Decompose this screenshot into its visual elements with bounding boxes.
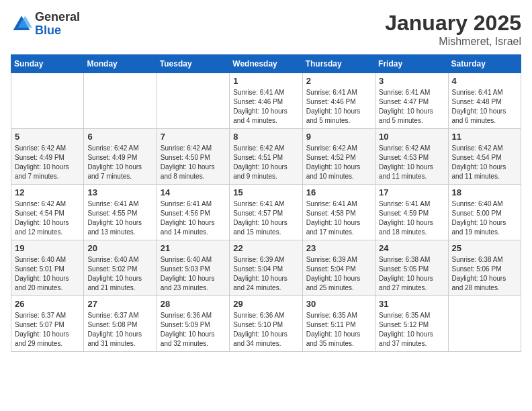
day-info-line: Daylight: 10 hours <box>161 219 215 226</box>
day-info-line: Daylight: 10 hours <box>161 330 215 338</box>
day-info-line: Sunrise: 6:40 AM <box>161 256 212 263</box>
day-info: Sunrise: 6:41 AMSunset: 4:56 PMDaylight:… <box>161 199 226 237</box>
day-info-line: Daylight: 10 hours <box>233 107 287 115</box>
day-info-line: Sunset: 4:48 PM <box>452 98 502 105</box>
day-info-line: and 23 minutes. <box>161 284 208 291</box>
day-info-line: Daylight: 10 hours <box>15 275 69 282</box>
calendar-cell <box>11 73 84 129</box>
day-info: Sunrise: 6:39 AMSunset: 5:04 PMDaylight:… <box>233 255 298 293</box>
day-info: Sunrise: 6:38 AMSunset: 5:05 PMDaylight:… <box>379 255 444 293</box>
day-info-line: Sunset: 5:08 PM <box>87 321 137 328</box>
calendar-cell: 26Sunrise: 6:37 AMSunset: 5:07 PMDayligh… <box>11 296 84 352</box>
day-info: Sunrise: 6:40 AMSunset: 5:03 PMDaylight:… <box>161 255 226 293</box>
day-info-line: Daylight: 10 hours <box>379 107 433 115</box>
day-of-week-header: Friday <box>375 55 448 73</box>
calendar-cell: 11Sunrise: 6:42 AMSunset: 4:54 PMDayligh… <box>448 129 521 185</box>
day-info-line: Sunrise: 6:39 AM <box>233 256 284 263</box>
day-info-line: Sunrise: 6:35 AM <box>379 312 430 319</box>
day-info-line: Sunrise: 6:35 AM <box>306 312 357 319</box>
page-header: General Blue January 2025 Mishmeret, Isr… <box>11 11 521 48</box>
calendar-week-row: 26Sunrise: 6:37 AMSunset: 5:07 PMDayligh… <box>11 296 521 352</box>
day-info-line: Daylight: 10 hours <box>15 330 69 338</box>
day-info-line: Sunset: 4:55 PM <box>87 210 137 217</box>
day-info-line: and 34 minutes. <box>233 340 281 347</box>
day-info-line: Sunset: 5:04 PM <box>306 265 356 273</box>
day-info-line: Daylight: 10 hours <box>87 275 142 282</box>
day-info-line: Daylight: 10 hours <box>161 275 215 282</box>
day-number: 9 <box>306 132 371 142</box>
day-info-line: Sunset: 4:49 PM <box>15 154 64 161</box>
day-info: Sunrise: 6:37 AMSunset: 5:08 PMDaylight:… <box>87 311 152 349</box>
day-number: 17 <box>379 187 444 197</box>
calendar-cell <box>448 296 521 352</box>
day-number: 11 <box>452 132 517 142</box>
calendar-cell: 2Sunrise: 6:41 AMSunset: 4:46 PMDaylight… <box>302 73 375 129</box>
day-number: 7 <box>161 132 226 142</box>
day-info-line: and 5 minutes. <box>379 117 423 124</box>
day-info-line: Sunset: 4:52 PM <box>306 154 356 161</box>
logo-general: General <box>35 11 80 24</box>
day-info-line: and 8 minutes. <box>161 173 205 180</box>
day-info-line: Sunset: 4:53 PM <box>379 154 429 161</box>
day-info-line: and 32 minutes. <box>161 340 208 347</box>
calendar-cell: 3Sunrise: 6:41 AMSunset: 4:47 PMDaylight… <box>375 73 448 129</box>
day-info-line: Sunset: 4:46 PM <box>306 98 356 105</box>
day-info-line: Sunrise: 6:42 AM <box>452 144 503 152</box>
day-info-line: Sunrise: 6:42 AM <box>87 144 138 152</box>
day-info-line: Sunrise: 6:41 AM <box>379 89 430 96</box>
calendar-cell: 20Sunrise: 6:40 AMSunset: 5:02 PMDayligh… <box>84 240 157 296</box>
calendar-cell <box>84 73 157 129</box>
day-info: Sunrise: 6:41 AMSunset: 4:59 PMDaylight:… <box>379 199 444 237</box>
day-info-line: Sunrise: 6:42 AM <box>15 144 66 152</box>
day-info-line: Daylight: 10 hours <box>379 163 433 171</box>
calendar-week-row: 12Sunrise: 6:42 AMSunset: 4:54 PMDayligh… <box>11 185 521 240</box>
day-number: 4 <box>452 76 517 86</box>
day-info-line: and 7 minutes. <box>87 173 132 180</box>
day-info-line: Sunrise: 6:37 AM <box>87 312 138 319</box>
day-info-line: Daylight: 10 hours <box>306 219 361 226</box>
calendar-cell: 15Sunrise: 6:41 AMSunset: 4:57 PMDayligh… <box>230 185 302 240</box>
day-info-line: Daylight: 10 hours <box>452 219 506 226</box>
day-info-line: and 9 minutes. <box>233 173 277 180</box>
day-info-line: Daylight: 10 hours <box>15 163 69 171</box>
day-number: 10 <box>379 132 444 142</box>
day-info-line: Sunrise: 6:41 AM <box>233 200 284 208</box>
day-info: Sunrise: 6:42 AMSunset: 4:54 PMDaylight:… <box>15 199 80 237</box>
day-info: Sunrise: 6:42 AMSunset: 4:52 PMDaylight:… <box>306 144 371 181</box>
day-info-line: Sunset: 5:03 PM <box>161 265 210 273</box>
calendar-cell: 4Sunrise: 6:41 AMSunset: 4:48 PMDaylight… <box>448 73 521 129</box>
day-number: 3 <box>379 76 444 86</box>
day-info-line: Sunset: 4:46 PM <box>233 98 283 105</box>
day-number: 13 <box>87 187 152 197</box>
day-info-line: Daylight: 10 hours <box>306 275 361 282</box>
calendar-cell: 9Sunrise: 6:42 AMSunset: 4:52 PMDaylight… <box>302 129 375 185</box>
day-info-line: Sunrise: 6:39 AM <box>306 256 357 263</box>
day-info-line: and 28 minutes. <box>452 284 500 291</box>
day-info-line: Sunset: 5:01 PM <box>15 265 64 273</box>
day-info-line: Sunset: 5:07 PM <box>15 321 64 328</box>
day-info: Sunrise: 6:40 AMSunset: 5:01 PMDaylight:… <box>15 255 80 293</box>
day-info-line: Sunrise: 6:42 AM <box>233 144 284 152</box>
day-info-line: Daylight: 10 hours <box>87 219 142 226</box>
day-number: 30 <box>306 299 371 309</box>
day-info-line: Daylight: 10 hours <box>452 107 506 115</box>
day-info: Sunrise: 6:41 AMSunset: 4:47 PMDaylight:… <box>379 88 444 126</box>
day-number: 22 <box>233 243 298 253</box>
day-info-line: Sunrise: 6:41 AM <box>379 200 430 208</box>
day-info: Sunrise: 6:35 AMSunset: 5:12 PMDaylight:… <box>379 311 444 349</box>
calendar-cell: 8Sunrise: 6:42 AMSunset: 4:51 PMDaylight… <box>230 129 302 185</box>
logo-blue: Blue <box>35 24 80 38</box>
day-info: Sunrise: 6:41 AMSunset: 4:55 PMDaylight:… <box>87 199 152 237</box>
calendar-cell: 21Sunrise: 6:40 AMSunset: 5:03 PMDayligh… <box>157 240 229 296</box>
day-info-line: and 18 minutes. <box>379 228 427 236</box>
day-info-line: Sunrise: 6:41 AM <box>306 89 357 96</box>
day-number: 24 <box>379 243 444 253</box>
day-info: Sunrise: 6:36 AMSunset: 5:09 PMDaylight:… <box>161 311 226 349</box>
day-number: 1 <box>233 76 298 86</box>
day-info-line: Sunrise: 6:42 AM <box>306 144 357 152</box>
day-of-week-header: Saturday <box>448 55 521 73</box>
calendar-cell: 31Sunrise: 6:35 AMSunset: 5:12 PMDayligh… <box>375 296 448 352</box>
day-info-line: and 11 minutes. <box>452 173 500 180</box>
calendar-cell: 6Sunrise: 6:42 AMSunset: 4:49 PMDaylight… <box>84 129 157 185</box>
calendar-cell: 24Sunrise: 6:38 AMSunset: 5:05 PMDayligh… <box>375 240 448 296</box>
